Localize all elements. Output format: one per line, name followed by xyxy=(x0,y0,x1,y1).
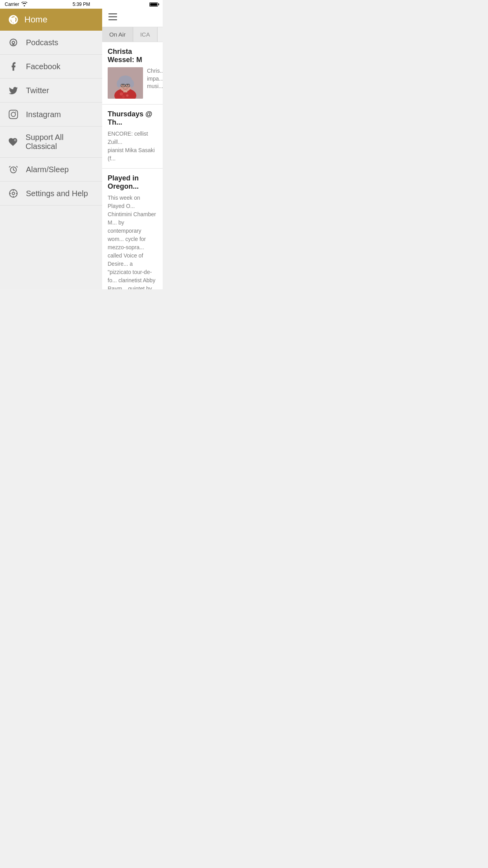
sidebar-item-settings[interactable]: Settings and Help xyxy=(0,182,102,206)
card-played-oregon: Played in Oregon... This week on Played … xyxy=(102,169,163,289)
podcast-icon xyxy=(8,37,19,48)
svg-rect-21 xyxy=(108,17,117,18)
status-bar: Carrier 5:39 PM xyxy=(0,0,163,9)
svg-point-25 xyxy=(120,92,123,96)
svg-point-27 xyxy=(122,96,125,98)
instagram-label: Instagram xyxy=(26,110,61,119)
app-container: Home Podcasts Facebook xyxy=(0,9,163,289)
main-content: On Air ICA Christa Wessel: M xyxy=(102,9,163,289)
sidebar-header: Home xyxy=(0,9,102,31)
svg-rect-3 xyxy=(9,110,18,119)
svg-rect-20 xyxy=(108,13,117,15)
settings-label: Settings and Help xyxy=(26,189,88,198)
card-thursdays-text: ENCORE: cellist Zuill...pianist Mika Sas… xyxy=(108,130,157,163)
main-topbar xyxy=(102,9,163,27)
sidebar-item-podcasts[interactable]: Podcasts xyxy=(0,31,102,55)
facebook-icon xyxy=(8,61,19,72)
card-christa: Christa Wessel: M xyxy=(102,42,163,105)
svg-point-4 xyxy=(11,112,16,117)
alarm-label: Alarm/Sleep xyxy=(26,165,69,174)
instagram-icon xyxy=(8,109,19,120)
sidebar-item-facebook[interactable]: Facebook xyxy=(0,55,102,79)
svg-line-13 xyxy=(17,166,18,167)
svg-point-37 xyxy=(127,84,128,86)
content-scroll[interactable]: Christa Wessel: M xyxy=(102,42,163,289)
card-christa-title: Christa Wessel: M xyxy=(108,48,157,64)
sidebar: Home Podcasts Facebook xyxy=(0,9,102,289)
radio-tower-icon xyxy=(8,14,19,25)
hamburger-icon[interactable] xyxy=(108,13,117,23)
support-label: Support All Classical xyxy=(26,133,94,151)
svg-point-26 xyxy=(126,94,128,97)
tabs-row: On Air ICA xyxy=(102,27,163,42)
svg-point-36 xyxy=(122,84,124,86)
sidebar-home-label: Home xyxy=(24,15,48,25)
facebook-label: Facebook xyxy=(26,62,61,71)
card-played-text: This week on Played O... Chintimini Cham… xyxy=(108,194,157,289)
sidebar-item-alarm[interactable]: Alarm/Sleep xyxy=(0,158,102,182)
card-thursdays: Thursdays @ Th... ENCORE: cellist Zuill.… xyxy=(102,105,163,169)
svg-point-32 xyxy=(129,80,134,88)
svg-line-12 xyxy=(9,166,10,167)
battery-icon xyxy=(149,2,158,7)
wifi-icon xyxy=(21,2,28,7)
svg-point-15 xyxy=(12,192,15,195)
svg-line-11 xyxy=(13,170,15,171)
sidebar-item-support[interactable]: Support All Classical xyxy=(0,127,102,158)
support-icon xyxy=(8,136,18,147)
twitter-label: Twitter xyxy=(26,86,49,95)
podcasts-label: Podcasts xyxy=(26,38,58,47)
status-right xyxy=(149,2,158,7)
svg-rect-22 xyxy=(108,19,117,20)
tab-ica[interactable]: ICA xyxy=(133,27,158,42)
svg-point-31 xyxy=(117,80,121,88)
carrier-label: Carrier xyxy=(5,2,19,7)
sidebar-item-twitter[interactable]: Twitter xyxy=(0,79,102,103)
status-left: Carrier xyxy=(5,2,28,7)
twitter-icon xyxy=(8,85,19,96)
sidebar-items: Podcasts Facebook Twitter xyxy=(0,31,102,206)
card-christa-image xyxy=(108,67,143,99)
card-played-title: Played in Oregon... xyxy=(108,174,157,191)
settings-icon xyxy=(8,188,19,199)
sidebar-item-instagram[interactable]: Instagram xyxy=(0,103,102,127)
alarm-icon xyxy=(8,164,19,175)
status-time: 5:39 PM xyxy=(73,2,90,7)
card-thursdays-title: Thursdays @ Th... xyxy=(108,110,157,127)
tab-on-air[interactable]: On Air xyxy=(102,27,133,42)
svg-point-0 xyxy=(13,19,14,20)
card-christa-body: Chris...impa...musi... xyxy=(108,67,157,99)
card-christa-text: Chris...impa...musi... xyxy=(147,67,163,99)
svg-point-5 xyxy=(15,112,17,113)
